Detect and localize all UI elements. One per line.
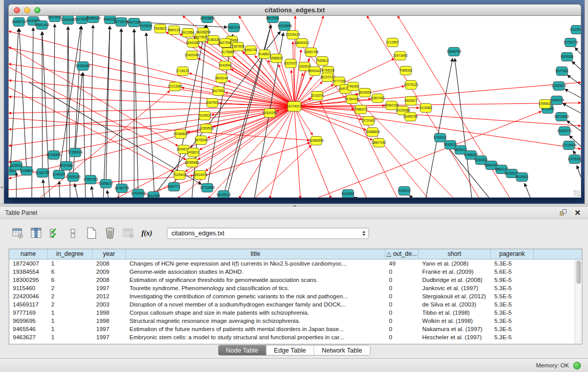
table-cell[interactable]: 1997 — [93, 333, 126, 341]
table-cell[interactable]: 2012 — [93, 292, 126, 300]
table-cell[interactable]: 2 — [48, 300, 93, 309]
table-cell[interactable]: 2003 — [93, 300, 126, 309]
graph-node[interactable]: 7625402 — [173, 171, 186, 180]
table-cell[interactable]: 5.5E-5 — [491, 292, 534, 300]
graph-node[interactable]: 9860128 — [168, 26, 181, 35]
graph-node[interactable]: 13505135 — [66, 173, 81, 182]
graph-node[interactable]: 15751074 — [563, 38, 578, 47]
table-settings-icon[interactable] — [10, 226, 26, 240]
graph-node[interactable]: 1145194 — [53, 170, 66, 179]
table-cell[interactable]: 2009 — [93, 268, 126, 276]
graph-node[interactable]: 12353533 — [199, 124, 214, 133]
table-row[interactable]: 946554611997Estimation of the future num… — [9, 325, 582, 333]
table-cell[interactable]: Nakamura et al. (1997) — [419, 325, 491, 333]
column-header-out_de[interactable]: △ out_de... — [385, 249, 419, 259]
table-cell[interactable]: 5.3E-5 — [491, 317, 534, 325]
graph-node[interactable]: 15720407 — [361, 117, 376, 125]
tab-network-table[interactable]: Network Table — [314, 345, 370, 355]
graph-node[interactable]: 20053346 — [76, 62, 91, 71]
graph-node[interactable]: 7485063 — [400, 67, 412, 75]
table-cell[interactable]: 1 — [48, 259, 93, 268]
table-cell[interactable]: 18300295 — [9, 276, 48, 284]
table-cell[interactable]: Dudbridge et al. (2008) — [419, 276, 491, 284]
graph-node[interactable]: 2803144 — [215, 74, 228, 83]
graph-node[interactable]: 9457771 — [168, 183, 181, 191]
column-header-short[interactable]: short — [419, 249, 491, 259]
graph-node[interactable]: 16466160 — [86, 16, 101, 23]
graph-node[interactable]: 16958107 — [99, 180, 114, 188]
graph-node[interactable]: 14562160 — [384, 101, 399, 110]
graph-node[interactable]: 9612345 — [147, 192, 160, 198]
graph-node[interactable]: 15716485 — [200, 184, 215, 192]
table-cell[interactable]: 1 — [48, 309, 93, 317]
graph-node[interactable]: 16648784 — [447, 48, 462, 56]
table-cell[interactable]: 5.3E-5 — [491, 333, 534, 341]
table-cell[interactable]: 1997 — [93, 284, 126, 292]
panel-splitter[interactable] — [0, 204, 588, 207]
close-panel-icon[interactable]: ✕ — [574, 209, 581, 216]
table-cell[interactable]: 18724007 — [9, 259, 48, 268]
graph-node[interactable]: 7663822 — [154, 25, 167, 33]
table-cell[interactable]: Disruption of a novel member of a sodium… — [126, 300, 385, 309]
graph-node[interactable]: 8912954 — [182, 29, 194, 37]
table-cell[interactable]: Tibbo et al. (1998) — [419, 309, 491, 317]
table-row[interactable]: 1456911722003Disruption of a novel membe… — [9, 300, 582, 309]
graph-node[interactable]: 9097588 — [60, 162, 73, 170]
graph-node[interactable]: 19384554 — [309, 137, 324, 145]
graph-node[interactable]: 19218596 — [277, 22, 292, 31]
graph-node[interactable]: 9134562 — [342, 190, 355, 198]
graph-node[interactable]: 3824554 — [359, 89, 372, 97]
graph-node[interactable]: 20691406 — [35, 21, 50, 30]
graph-node[interactable]: 1595832 — [539, 100, 552, 108]
table-cell[interactable]: 0 — [385, 300, 419, 309]
tab-edge-table[interactable]: Edge Table — [266, 345, 314, 355]
table-row[interactable]: 2242004622012Investigating the contribut… — [9, 292, 582, 300]
graph-node[interactable]: 10973493 — [393, 52, 408, 60]
graph-hub-node[interactable]: 18724007 — [287, 102, 302, 112]
graph-node[interactable]: 9777169 — [333, 77, 346, 86]
right-panel-edge[interactable] — [584, 0, 588, 206]
graph-node[interactable]: 8427552 — [212, 87, 225, 96]
graph-node[interactable]: 18807242 — [372, 139, 386, 147]
table-cell[interactable]: 5.6E-5 — [491, 268, 534, 276]
graph-node[interactable]: 21364436 — [345, 95, 360, 104]
float-panel-icon[interactable] — [560, 209, 568, 216]
graph-node[interactable]: 10653287 — [61, 16, 76, 25]
table-cell[interactable]: 9465546 — [9, 325, 48, 333]
table-cell[interactable]: Estimation of significance thresholds fo… — [126, 276, 385, 284]
table-row[interactable]: 1938455462009Genome-wide association stu… — [9, 268, 582, 276]
table-cell[interactable]: 6 — [48, 268, 93, 276]
graph-node[interactable]: 16961758 — [304, 48, 319, 57]
table-cell[interactable]: 0 — [385, 284, 419, 292]
graph-node[interactable]: 12213363 — [168, 82, 183, 91]
network-canvas[interactable]: 1405571418433565206914061527302010653287… — [8, 16, 581, 198]
graph-node[interactable]: 11123044 — [570, 26, 581, 34]
graph-node[interactable]: 2718120 — [177, 67, 189, 76]
table-selector-dropdown[interactable]: citations_edges.txt — [167, 228, 369, 239]
graph-node[interactable]: 11675332 — [568, 155, 581, 164]
table-row[interactable]: 977716911998Corpus callosum shape and si… — [9, 309, 582, 317]
network-graph[interactable]: 1405571418433565206914061527302010653287… — [9, 16, 581, 198]
table-cell[interactable]: Yano et al. (2008) — [419, 259, 491, 268]
table-cell[interactable]: 9115460 — [9, 284, 48, 292]
scrollbar-thumb[interactable] — [576, 260, 581, 284]
graph-node[interactable]: 3175685 — [222, 48, 234, 57]
table-cell[interactable]: Estimation of the future numbers of pati… — [126, 325, 385, 333]
table-row[interactable]: 911546021997Tourette syndrome. Phenomeno… — [9, 284, 582, 292]
table-cell[interactable]: 49 — [385, 259, 419, 268]
graph-node[interactable]: 16495796 — [403, 113, 418, 121]
graph-node[interactable]: 17359924 — [68, 148, 83, 157]
graph-node[interactable]: 1498212 — [187, 148, 200, 157]
create-column-icon[interactable] — [84, 226, 99, 240]
graph-node[interactable]: 10807491 — [371, 94, 385, 103]
table-cell[interactable]: 0 — [385, 268, 419, 276]
graph-node[interactable]: 10688609 — [365, 128, 380, 137]
table-cell[interactable]: 5.9E-5 — [491, 276, 534, 284]
table-cell[interactable]: 1998 — [93, 317, 126, 325]
table-cell[interactable]: Hescheler et al. (1997) — [419, 333, 491, 341]
table-cell[interactable]: 2008 — [93, 259, 126, 268]
graph-node[interactable]: 12444154 — [550, 96, 564, 105]
graph-node[interactable]: 17957253 — [83, 176, 98, 184]
graph-node[interactable]: 6791912 — [434, 134, 447, 142]
table-cell[interactable]: 2 — [48, 292, 93, 300]
